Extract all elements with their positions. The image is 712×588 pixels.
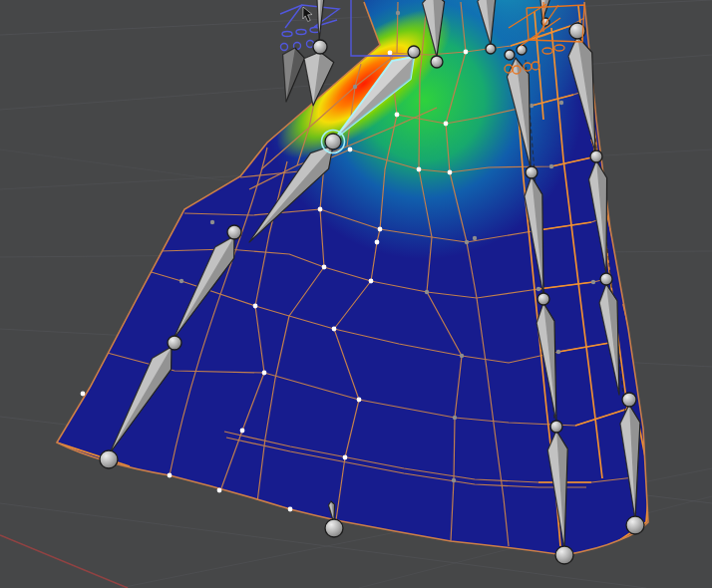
joint-sphere xyxy=(555,546,573,564)
bone-joint-ball[interactable] xyxy=(100,450,118,468)
joint-sphere xyxy=(600,273,612,285)
mesh-vertex-selected[interactable] xyxy=(322,265,327,270)
joint-sphere xyxy=(408,46,420,58)
mesh-vertex-selected[interactable] xyxy=(240,429,245,434)
bone-joint-ball[interactable] xyxy=(626,516,644,534)
mesh-vertex-selected[interactable] xyxy=(369,279,374,284)
bone-joint-ball[interactable] xyxy=(431,56,443,68)
mesh-vertex[interactable] xyxy=(549,164,553,168)
joint-sphere xyxy=(505,50,515,60)
bone-joint-ball[interactable] xyxy=(537,293,549,305)
joint-sphere xyxy=(626,516,644,534)
mesh-vertex[interactable] xyxy=(473,236,477,240)
viewport-canvas[interactable] xyxy=(0,0,712,588)
mesh-vertex-selected[interactable] xyxy=(395,113,400,118)
bone-joint-ball[interactable] xyxy=(325,519,343,537)
mesh-vertex[interactable] xyxy=(425,290,429,294)
mesh-vertex-selected[interactable] xyxy=(444,122,449,127)
bone-joint-ball[interactable] xyxy=(622,393,636,407)
joint-sphere xyxy=(325,134,341,149)
mesh-vertex-selected[interactable] xyxy=(81,392,86,397)
joint-sphere xyxy=(526,166,537,178)
mesh-vertex-selected[interactable] xyxy=(332,327,337,332)
joint-sphere xyxy=(517,45,527,55)
mesh-vertex[interactable] xyxy=(465,240,469,244)
mesh-vertex[interactable] xyxy=(179,279,183,283)
mesh-vertex-selected[interactable] xyxy=(262,371,267,376)
joint-sphere xyxy=(431,56,443,68)
mesh-vertex-selected[interactable] xyxy=(375,240,380,245)
bone-joint-ball[interactable] xyxy=(227,225,241,239)
mesh-vertex[interactable] xyxy=(210,220,214,224)
mesh-vertex[interactable] xyxy=(556,350,560,354)
joint-sphere xyxy=(168,336,181,350)
mesh-vertex[interactable] xyxy=(396,11,400,15)
joint-sphere xyxy=(313,40,327,54)
bone-joint-ball[interactable] xyxy=(313,40,327,54)
bone-joint-ball[interactable] xyxy=(408,46,420,58)
mesh-vertex-selected[interactable] xyxy=(318,207,323,212)
mesh-vertex-selected[interactable] xyxy=(357,398,362,403)
mesh-vertex[interactable] xyxy=(453,416,457,420)
joint-sphere xyxy=(590,150,602,162)
bone-joint-ball[interactable] xyxy=(486,44,496,54)
mesh-vertex[interactable] xyxy=(591,280,595,284)
mesh-vertex-selected[interactable] xyxy=(448,170,453,175)
bone-joint-ball[interactable] xyxy=(600,273,612,285)
joint-sphere xyxy=(486,44,496,54)
joint-sphere xyxy=(550,421,562,433)
bone-joint-ball[interactable] xyxy=(168,336,181,350)
mesh-vertex-selected[interactable] xyxy=(348,147,353,152)
joint-sphere xyxy=(325,519,343,537)
mesh-vertex[interactable] xyxy=(536,287,540,291)
mesh-vertex-selected[interactable] xyxy=(168,473,173,478)
blender-3d-viewport xyxy=(0,0,712,588)
mesh-vertex-selected[interactable] xyxy=(388,51,393,56)
mesh-vertex-selected[interactable] xyxy=(378,227,383,232)
mesh-vertex-selected[interactable] xyxy=(217,488,222,493)
bone-joint-ball[interactable] xyxy=(555,546,573,564)
joint-sphere xyxy=(100,450,118,468)
joint-sphere xyxy=(537,293,549,305)
bone-joint-ball[interactable] xyxy=(550,421,562,433)
joint-sphere xyxy=(227,225,241,239)
mesh-vertex-selected[interactable] xyxy=(253,304,258,309)
bone-joint-ball[interactable] xyxy=(526,166,537,178)
mesh-vertex[interactable] xyxy=(460,354,464,358)
bone-joint-ball[interactable] xyxy=(505,50,515,60)
mesh-vertex-selected[interactable] xyxy=(417,167,422,172)
mesh-vertex[interactable] xyxy=(353,85,357,89)
bone-joint-ball[interactable] xyxy=(322,131,345,153)
mesh-vertex[interactable] xyxy=(452,478,456,482)
bone-joint-ball[interactable] xyxy=(590,150,602,162)
mesh-vertex-selected[interactable] xyxy=(288,507,293,512)
joint-sphere xyxy=(622,393,636,407)
mesh-vertex-selected[interactable] xyxy=(343,455,348,460)
bone-joint-ball[interactable] xyxy=(517,45,527,55)
mesh-vertex-selected[interactable] xyxy=(464,50,469,55)
mesh-vertex[interactable] xyxy=(559,101,563,105)
